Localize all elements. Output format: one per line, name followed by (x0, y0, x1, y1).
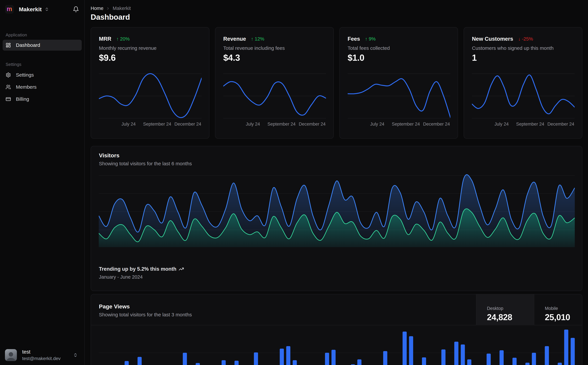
stat-value: $4.3 (223, 53, 240, 63)
sparkline-axis: July 24 September 24 December 24 (99, 122, 201, 127)
stat-title: New Customers (472, 36, 513, 42)
sidebar-section-settings: Settings (6, 62, 21, 67)
sidebar: m Makerkit Application Dashboard Setting… (0, 0, 85, 365)
axis-tick: December 24 (547, 122, 574, 127)
sparkline-svg (472, 70, 574, 129)
sidebar-item-dashboard[interactable]: Dashboard (3, 40, 82, 51)
arrow-down-icon: ↓ (518, 36, 521, 42)
toggle-value: 25,010 (545, 312, 582, 322)
sidebar-item-label: Members (16, 84, 36, 90)
breadcrumb-current: Makerkit (113, 6, 131, 11)
makerkit-logo: m (5, 5, 14, 14)
toggle-desktop[interactable]: Desktop 24,828 (476, 294, 534, 325)
toggle-label: Mobile (545, 306, 582, 311)
stat-description: Monthly recurring revenue (99, 45, 157, 51)
axis-tick: December 24 (174, 122, 201, 127)
stat-description: Customers who signed up this month (472, 45, 553, 51)
settings-icon (6, 72, 11, 77)
trend-badge: ↑9% (365, 36, 376, 42)
stat-title: Fees (348, 36, 360, 42)
sidebar-section-application: Application (6, 32, 27, 38)
visitors-subtitle: Showing total visitors for the last 6 mo… (99, 161, 192, 167)
visitors-title: Visitors (99, 152, 119, 159)
stat-description: Total revenue including fees (223, 45, 285, 51)
sparkline-chart: July 24 September 24 December 24 (472, 70, 574, 129)
sparkline-svg (223, 70, 326, 129)
page-views-header: Page Views Showing total visitors for th… (91, 294, 582, 325)
stat-value: $9.6 (99, 53, 116, 63)
sidebar-item-settings[interactable]: Settings (3, 70, 82, 80)
page-views-bar-chart (99, 325, 575, 365)
chevrons-up-down-icon (45, 7, 49, 11)
visitors-period: January - June 2024 (99, 274, 143, 280)
sparkline-chart: July 24 September 24 December 24 (99, 70, 201, 129)
workspace-name: Makerkit (19, 6, 42, 13)
axis-tick: July 24 (370, 122, 384, 127)
trend-value: -25% (522, 36, 533, 42)
sparkline-chart: July 24 September 24 December 24 (223, 70, 325, 129)
sparkline-axis: July 24 September 24 December 24 (223, 122, 325, 127)
visitors-trend-text: Trending up by 5.2% this month (99, 266, 176, 272)
toggle-mobile[interactable]: Mobile 25,010 (534, 294, 582, 325)
axis-tick: July 24 (246, 122, 260, 127)
trending-up-icon (179, 266, 184, 272)
chevron-right-icon (106, 7, 110, 10)
sidebar-item-label: Billing (16, 96, 29, 102)
sidebar-item-members[interactable]: Members (3, 82, 82, 92)
sidebar-item-billing[interactable]: Billing (3, 94, 82, 105)
sparkline-axis: July 24 September 24 December 24 (348, 122, 450, 127)
axis-tick: July 24 (121, 122, 136, 127)
arrow-up-icon: ↑ (251, 36, 253, 42)
axis-tick: September 24 (392, 122, 420, 127)
user-email: test@makerkit.dev (22, 356, 61, 361)
main-content: Home Makerkit Dashboard MRR ↑20% Monthly… (85, 0, 588, 365)
stat-title: MRR (99, 36, 111, 42)
sparkline-axis: July 24 September 24 December 24 (472, 122, 574, 127)
logo-letter: m (7, 6, 12, 12)
sidebar-item-label: Settings (16, 72, 34, 78)
sparkline-svg (99, 70, 202, 129)
sparkline-chart: July 24 September 24 December 24 (348, 70, 450, 129)
arrow-up-icon: ↑ (365, 36, 367, 42)
axis-tick: September 24 (267, 122, 296, 127)
visitors-area-chart (99, 172, 575, 247)
billing-icon (6, 97, 11, 102)
axis-tick: September 24 (516, 122, 544, 127)
visitors-footer: Trending up by 5.2% this month (99, 266, 184, 272)
stat-title: Revenue (223, 36, 246, 42)
stat-description: Total fees collected (348, 45, 390, 51)
trend-badge: ↑20% (116, 36, 130, 42)
axis-tick: July 24 (495, 122, 509, 127)
sparkline-svg (348, 70, 450, 129)
stat-cards: MRR ↑20% Monthly recurring revenue $9.6 … (91, 27, 582, 139)
bell-icon (73, 6, 79, 12)
axis-tick: December 24 (299, 122, 325, 127)
members-icon (6, 84, 11, 90)
workspace-switcher[interactable]: m Makerkit (5, 5, 73, 14)
arrow-up-icon: ↑ (116, 36, 119, 42)
dashboard-icon (6, 42, 11, 48)
user-name: test (22, 349, 61, 355)
stat-card-fees: Fees ↑9% Total fees collected $1.0 July … (339, 27, 458, 139)
stat-card-revenue: Revenue ↑12% Total revenue including fee… (215, 27, 334, 139)
axis-tick: December 24 (423, 122, 450, 127)
sidebar-item-label: Dashboard (16, 42, 40, 48)
stat-value: 1 (472, 53, 477, 63)
sidebar-nav-settings: Settings Members Billing (3, 70, 82, 106)
user-menu[interactable]: test test@makerkit.dev (3, 347, 81, 363)
trend-value: 12% (255, 36, 264, 42)
notifications-button[interactable] (73, 6, 79, 12)
chevrons-up-down-icon (73, 353, 78, 357)
sidebar-nav-application: Dashboard (3, 40, 82, 52)
stat-value: $1.0 (348, 53, 364, 63)
axis-tick: September 24 (143, 122, 171, 127)
stat-card-mrr: MRR ↑20% Monthly recurring revenue $9.6 … (91, 27, 209, 139)
visitors-card: Visitors Showing total visitors for the … (91, 146, 582, 291)
breadcrumb-home-link[interactable]: Home (91, 6, 103, 11)
page-views-card: Page Views Showing total visitors for th… (91, 294, 582, 365)
breadcrumb: Home Makerkit (91, 6, 131, 11)
trend-badge: ↑12% (251, 36, 264, 42)
page-views-title: Page Views (99, 303, 130, 310)
trend-badge: ↓-25% (518, 36, 533, 42)
page-title: Dashboard (91, 13, 130, 21)
